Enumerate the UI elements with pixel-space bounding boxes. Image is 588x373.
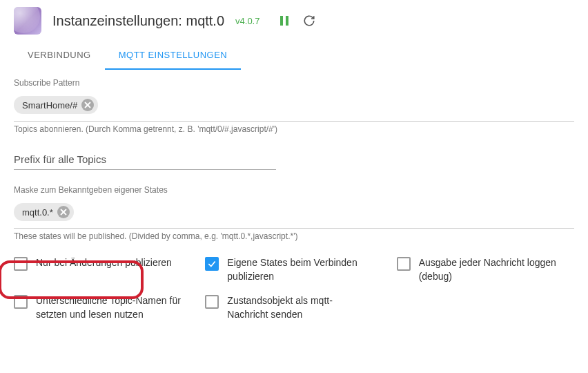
mask-section: Maske zum Bekanntgeben eigener States mq… <box>14 185 574 241</box>
tab-verbindung[interactable]: VERBINDUNG <box>14 41 105 70</box>
checkbox-label: Zustandsobjekt als mqtt-Nachricht senden <box>227 294 372 321</box>
header: Instanzeinstellungen: mqtt.0 v4.0.7 <box>0 0 588 41</box>
subscribe-chip-container[interactable]: SmartHome/# <box>14 93 574 122</box>
checkbox-onchange[interactable]: Nur bei Änderungen publizieren <box>14 256 191 283</box>
mask-hint: These states will be published. (Divided… <box>14 231 574 241</box>
mask-label: Maske zum Bekanntgeben eigener States <box>14 185 574 195</box>
checkbox-debug[interactable]: Ausgabe jeder Nachricht loggen (debug) <box>397 256 574 283</box>
mask-chip-container[interactable]: mqtt.0.* <box>14 200 574 229</box>
subscribe-chip: SmartHome/# <box>14 96 98 114</box>
header-actions <box>276 12 317 29</box>
checkbox-own-states[interactable]: Eigene States beim Verbinden publizieren <box>205 256 382 283</box>
checkbox-icon[interactable] <box>14 257 28 271</box>
checkbox-grid: Nur bei Änderungen publizieren Eigene St… <box>14 256 574 321</box>
page-title: Instanzeinstellungen: mqtt.0 <box>52 13 224 29</box>
subscribe-label: Subscribe Pattern <box>14 78 574 88</box>
subscribe-hint: Topics abonnieren. (Durch Komma getrennt… <box>14 124 574 134</box>
mask-chip: mqtt.0.* <box>14 203 74 221</box>
pause-icon[interactable] <box>276 12 293 29</box>
refresh-icon[interactable] <box>301 12 317 29</box>
checkbox-icon[interactable] <box>205 257 219 271</box>
checkbox-label: Ausgabe jeder Nachricht loggen (debug) <box>419 256 564 283</box>
checkbox-label: Unterschiedliche Topic-Namen für setzten… <box>36 294 181 321</box>
checkbox-state-obj[interactable]: Zustandsobjekt als mqtt-Nachricht senden <box>205 294 382 321</box>
svg-rect-1 <box>286 16 288 26</box>
subscribe-section: Subscribe Pattern SmartHome/# Topics abo… <box>14 78 574 134</box>
close-icon[interactable] <box>57 206 70 218</box>
prefix-input[interactable] <box>14 149 276 170</box>
prefix-section <box>14 149 574 170</box>
app-icon <box>14 7 41 35</box>
tab-mqtt-einstellungen[interactable]: MQTT EINSTELLUNGEN <box>105 41 242 70</box>
checkbox-icon[interactable] <box>14 295 28 309</box>
version-badge: v4.0.7 <box>235 16 259 26</box>
content: Subscribe Pattern SmartHome/# Topics abo… <box>0 70 588 329</box>
close-icon[interactable] <box>81 99 94 111</box>
tabs: VERBINDUNG MQTT EINSTELLUNGEN <box>0 41 588 70</box>
svg-rect-0 <box>280 16 283 26</box>
checkbox-diff-topics[interactable]: Unterschiedliche Topic-Namen für setzten… <box>14 294 191 321</box>
checkbox-icon[interactable] <box>397 257 411 271</box>
checkbox-label: Eigene States beim Verbinden publizieren <box>227 256 372 283</box>
checkbox-icon[interactable] <box>205 295 219 309</box>
checkbox-label: Nur bei Änderungen publizieren <box>36 256 172 270</box>
chip-text: SmartHome/# <box>22 100 77 111</box>
chip-text: mqtt.0.* <box>22 207 53 218</box>
